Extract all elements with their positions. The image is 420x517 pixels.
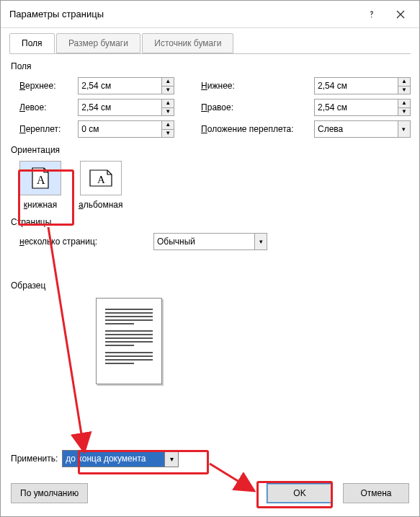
multiple-pages-combo[interactable]: Обычный ▾ bbox=[153, 233, 267, 250]
spin-down-icon[interactable]: ▼ bbox=[161, 107, 174, 117]
left-margin-spinner[interactable]: ▲▼ bbox=[78, 99, 174, 116]
dialog-title: Параметры страницы bbox=[9, 9, 357, 19]
bottom-margin-input[interactable] bbox=[314, 77, 398, 94]
top-margin-label: Верхнее: bbox=[19, 81, 78, 91]
svg-text:A: A bbox=[37, 174, 45, 186]
chevron-down-icon[interactable]: ▾ bbox=[254, 233, 267, 250]
apply-to-row: Применить: до конца документа ▾ bbox=[11, 450, 179, 467]
top-margin-spinner[interactable]: ▲▼ bbox=[78, 77, 174, 94]
spin-up-icon[interactable]: ▲ bbox=[161, 99, 174, 107]
multiple-pages-value: Обычный bbox=[153, 233, 254, 250]
page-setup-dialog: Параметры страницы Поля Размер бумаги Ис… bbox=[0, 0, 420, 517]
apply-to-combo[interactable]: до конца документа ▾ bbox=[62, 450, 179, 467]
gutter-spinner[interactable]: ▲▼ bbox=[78, 120, 174, 138]
tab-paper-size[interactable]: Размер бумаги bbox=[56, 33, 140, 53]
top-margin-input[interactable] bbox=[78, 77, 161, 94]
gutter-input[interactable] bbox=[78, 120, 161, 138]
gutter-position-combo[interactable]: Слева ▾ bbox=[314, 120, 411, 138]
ok-button[interactable]: OK bbox=[267, 483, 333, 503]
orientation-portrait[interactable]: A книжная bbox=[19, 161, 61, 210]
dialog-button-row: По умолчанию OK Отмена bbox=[11, 483, 409, 503]
chevron-down-icon[interactable]: ▾ bbox=[164, 450, 179, 467]
spin-up-icon[interactable]: ▲ bbox=[398, 77, 411, 86]
close-button[interactable] bbox=[386, 4, 415, 25]
apply-to-value: до конца документа bbox=[62, 450, 164, 467]
help-icon bbox=[367, 10, 376, 19]
help-button[interactable] bbox=[357, 4, 386, 25]
bottom-margin-label: Нижнее: bbox=[201, 81, 314, 91]
tab-fields[interactable]: Поля bbox=[9, 33, 55, 53]
section-orientation-label: Ориентация bbox=[11, 145, 411, 155]
section-pages-label: Страницы bbox=[11, 217, 411, 227]
right-margin-label: Правое: bbox=[201, 102, 314, 112]
chevron-down-icon[interactable]: ▾ bbox=[398, 120, 411, 138]
spin-down-icon[interactable]: ▼ bbox=[161, 129, 174, 138]
margins-group: Верхнее: ▲▼ Нижнее: ▲▼ Левое: ▲▼ bbox=[9, 77, 411, 138]
spin-down-icon[interactable]: ▼ bbox=[161, 86, 174, 95]
orientation-landscape[interactable]: A альбомная bbox=[79, 161, 123, 210]
portrait-icon: A bbox=[19, 161, 61, 195]
right-margin-input[interactable] bbox=[314, 99, 398, 116]
tab-paper-source[interactable]: Источник бумаги bbox=[142, 33, 233, 53]
svg-text:A: A bbox=[97, 174, 105, 185]
spin-down-icon[interactable]: ▼ bbox=[398, 107, 411, 117]
dialog-content: Поля Размер бумаги Источник бумаги Поля … bbox=[9, 32, 411, 508]
spin-up-icon[interactable]: ▲ bbox=[398, 99, 411, 107]
multiple-pages-row: несколько страниц: Обычный ▾ bbox=[9, 233, 411, 250]
gutter-position-label: Положение переплета: bbox=[201, 124, 314, 134]
left-margin-label: Левое: bbox=[19, 102, 78, 112]
multiple-pages-label: несколько страниц: bbox=[19, 237, 153, 247]
tab-strip: Поля Размер бумаги Источник бумаги bbox=[9, 32, 411, 54]
preview-pane bbox=[9, 298, 411, 384]
spin-up-icon[interactable]: ▲ bbox=[161, 77, 174, 86]
spin-down-icon[interactable]: ▼ bbox=[398, 86, 411, 95]
landscape-label: альбомная bbox=[79, 200, 123, 210]
close-icon bbox=[396, 10, 405, 19]
left-margin-input[interactable] bbox=[78, 99, 161, 116]
bottom-margin-spinner[interactable]: ▲▼ bbox=[314, 77, 411, 94]
gutter-position-value: Слева bbox=[314, 120, 398, 138]
section-preview-label: Образец bbox=[11, 280, 411, 291]
right-margin-spinner[interactable]: ▲▼ bbox=[314, 99, 411, 116]
gutter-label: Переплет: bbox=[19, 124, 78, 134]
apply-to-label: Применить: bbox=[11, 454, 58, 464]
preview-page-icon bbox=[96, 298, 162, 384]
titlebar: Параметры страницы bbox=[1, 1, 419, 28]
portrait-label: книжная bbox=[24, 200, 57, 210]
cancel-button[interactable]: Отмена bbox=[343, 483, 409, 503]
set-default-button[interactable]: По умолчанию bbox=[11, 483, 88, 503]
orientation-group: A книжная A альбомная bbox=[9, 161, 411, 210]
spin-up-icon[interactable]: ▲ bbox=[161, 120, 174, 129]
landscape-icon: A bbox=[80, 161, 122, 195]
section-margins-label: Поля bbox=[11, 61, 411, 71]
